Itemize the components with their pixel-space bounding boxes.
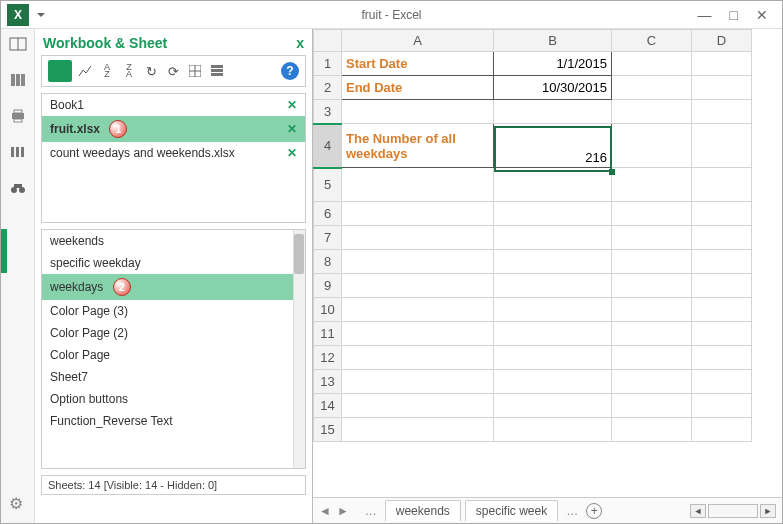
col-header[interactable]: C: [612, 30, 692, 52]
row-header[interactable]: 3: [314, 100, 342, 124]
cell[interactable]: [692, 52, 752, 76]
printer-icon[interactable]: [9, 107, 27, 125]
cell-B1[interactable]: 1/1/2015: [494, 52, 612, 76]
cell[interactable]: [692, 394, 752, 418]
sheet-item[interactable]: Color Page (3): [42, 300, 305, 322]
close-workbook-icon[interactable]: ✕: [287, 98, 297, 112]
cell[interactable]: [692, 76, 752, 100]
close-button[interactable]: ✕: [756, 7, 768, 23]
cell[interactable]: [612, 168, 692, 202]
workbook-item[interactable]: fruit.xlsx 1 ✕: [42, 116, 305, 142]
row-header[interactable]: 2: [314, 76, 342, 100]
scroll-track[interactable]: [708, 504, 758, 518]
sheet-item[interactable]: Sheet7: [42, 366, 305, 388]
minimize-button[interactable]: —: [698, 7, 712, 23]
cell-A1[interactable]: Start Date: [342, 52, 494, 76]
row-header[interactable]: 6: [314, 202, 342, 226]
cell[interactable]: [494, 250, 612, 274]
cell[interactable]: [342, 274, 494, 298]
cell[interactable]: [692, 418, 752, 442]
cell[interactable]: [612, 394, 692, 418]
row-header[interactable]: 5: [314, 168, 342, 202]
cell[interactable]: [494, 346, 612, 370]
tab-nav-next-icon[interactable]: ►: [337, 504, 349, 518]
sheet-item[interactable]: Color Page: [42, 344, 305, 366]
cell[interactable]: [692, 298, 752, 322]
cell[interactable]: [342, 202, 494, 226]
grid[interactable]: A B C D 1 Start Date 1/1/2015 2 End Date…: [313, 29, 782, 497]
row-header[interactable]: 4: [314, 124, 342, 168]
cell[interactable]: [692, 322, 752, 346]
cell[interactable]: [612, 274, 692, 298]
cell[interactable]: [494, 370, 612, 394]
cell[interactable]: [612, 250, 692, 274]
maximize-button[interactable]: □: [730, 7, 738, 23]
binoculars-icon[interactable]: [9, 179, 27, 197]
sheet-list[interactable]: weekends specific weekday weekdays 2 Col…: [41, 229, 306, 469]
sort-az-icon[interactable]: AZ: [98, 62, 116, 80]
new-sheet-button[interactable]: +: [586, 503, 602, 519]
sheet-item[interactable]: Color Page (2): [42, 322, 305, 344]
row-header[interactable]: 8: [314, 250, 342, 274]
columns-icon[interactable]: [9, 71, 27, 89]
cell[interactable]: [494, 298, 612, 322]
sheet-tab[interactable]: specific week: [465, 500, 558, 521]
cell[interactable]: [342, 168, 494, 202]
cell[interactable]: [494, 100, 612, 124]
tabs-overflow-right-icon[interactable]: …: [562, 504, 582, 518]
cell[interactable]: [494, 168, 612, 202]
list-tool-icon[interactable]: [208, 62, 226, 80]
cell-B2[interactable]: 10/30/2015: [494, 76, 612, 100]
cell[interactable]: [612, 100, 692, 124]
toolbar-active-tab[interactable]: [48, 60, 72, 82]
scrollbar-thumb[interactable]: [294, 234, 304, 274]
cell-A2[interactable]: End Date: [342, 76, 494, 100]
sheet-item[interactable]: Option buttons: [42, 388, 305, 410]
cell[interactable]: [612, 52, 692, 76]
cell[interactable]: [612, 226, 692, 250]
grid-tool-icon[interactable]: [186, 62, 204, 80]
sheet-item[interactable]: specific weekday: [42, 252, 305, 274]
cell-B4[interactable]: 216: [494, 124, 612, 168]
cell[interactable]: [612, 124, 692, 168]
cell[interactable]: [612, 322, 692, 346]
cell[interactable]: [692, 226, 752, 250]
pane-close-button[interactable]: x: [296, 35, 304, 51]
sheet-item[interactable]: weekends: [42, 230, 305, 252]
cell[interactable]: [342, 322, 494, 346]
cell[interactable]: [692, 250, 752, 274]
cell[interactable]: [612, 298, 692, 322]
row-header[interactable]: 11: [314, 322, 342, 346]
pane-collapse-handle[interactable]: [1, 229, 7, 273]
cell[interactable]: [494, 274, 612, 298]
cell[interactable]: [342, 370, 494, 394]
workbook-item[interactable]: Book1 ✕: [42, 94, 305, 116]
sheet-item[interactable]: Function_Reverse Text: [42, 410, 305, 432]
settings-gear-icon[interactable]: ⚙: [9, 494, 23, 513]
cell[interactable]: [612, 370, 692, 394]
sync-icon[interactable]: ⟳: [164, 62, 182, 80]
cell-A4[interactable]: The Number of all weekdays: [342, 124, 494, 168]
cell[interactable]: [494, 226, 612, 250]
close-workbook-icon[interactable]: ✕: [287, 122, 297, 136]
cell[interactable]: [342, 100, 494, 124]
row-header[interactable]: 9: [314, 274, 342, 298]
cell[interactable]: [692, 124, 752, 168]
tab-nav-prev-icon[interactable]: ◄: [319, 504, 331, 518]
cell[interactable]: [494, 394, 612, 418]
help-button[interactable]: ?: [281, 62, 299, 80]
cell[interactable]: [612, 202, 692, 226]
cell[interactable]: [612, 418, 692, 442]
col-header[interactable]: A: [342, 30, 494, 52]
workbook-item[interactable]: count weedays and weekends.xlsx ✕: [42, 142, 305, 164]
qatoolbar-dropdown-icon[interactable]: [37, 13, 45, 17]
horizontal-scrollbar[interactable]: ◄ ►: [690, 504, 776, 518]
sort-za-icon[interactable]: ZA: [120, 62, 138, 80]
cell[interactable]: [692, 168, 752, 202]
cell[interactable]: [342, 250, 494, 274]
row-header[interactable]: 7: [314, 226, 342, 250]
cell[interactable]: [342, 298, 494, 322]
cell[interactable]: [612, 346, 692, 370]
cell[interactable]: [612, 76, 692, 100]
cell[interactable]: [342, 346, 494, 370]
